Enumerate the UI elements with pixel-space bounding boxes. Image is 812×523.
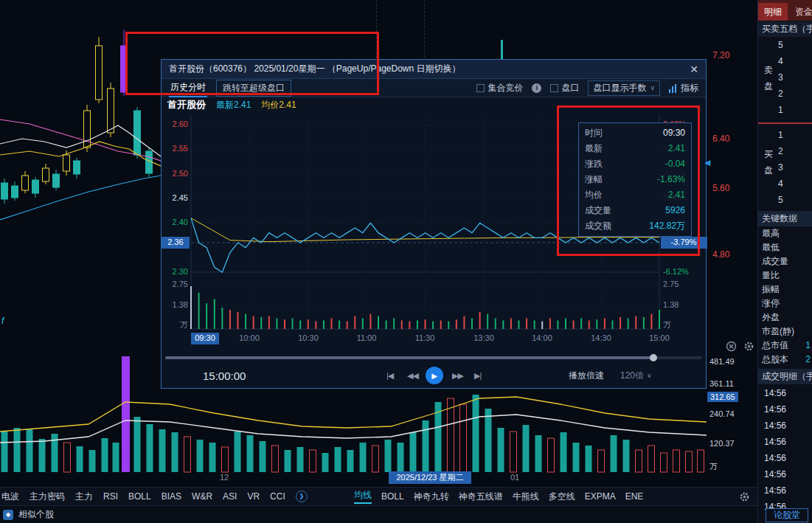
overlay-tabs: 均线BOLL神奇九转神奇五线谱牛熊线多空线EXPMAENE — [354, 488, 643, 505]
indicator-tab-电波[interactable]: 电波 — [1, 491, 19, 503]
indicator-button[interactable]: 指标 — [669, 82, 698, 94]
volume-axis-label: 万 — [180, 320, 188, 329]
indicator-tab-VR[interactable]: VR — [247, 491, 260, 502]
bg-price-axis-label: 6.40 — [712, 134, 729, 144]
jump-super-level2-button[interactable]: 跳转至超级盘口 — [216, 80, 291, 97]
key-data-label: 量比 — [762, 269, 780, 283]
bg-volume-axis-label: 240.74 — [709, 409, 735, 418]
panel-collapse-arrow[interactable]: ◀ — [704, 158, 710, 167]
avg-price: 均价2.41 — [261, 99, 296, 111]
overlay-tab-BOLL[interactable]: BOLL — [381, 491, 404, 502]
tooltip-value: 142.82万 — [649, 218, 685, 234]
checkbox-icon[interactable] — [550, 84, 558, 92]
tooltip-value: -0.04 — [665, 156, 685, 172]
similar-stocks-bar: ◆ 相似个股 — [0, 506, 758, 523]
time-axis-label: 11:00 — [357, 333, 377, 342]
stock-name: 首开股份 — [167, 98, 206, 111]
tooltip-label: 最新 — [585, 141, 603, 156]
lot-display-dropdown[interactable]: 盘口显示手数 ∨ — [588, 80, 660, 96]
similar-stocks-label[interactable]: 相似个股 — [18, 508, 54, 521]
forum-button[interactable]: 论股堂 — [766, 508, 808, 522]
time-axis-label: 10:30 — [298, 333, 319, 342]
tooltip-row: 成交额142.82万 — [579, 218, 691, 234]
checkbox-icon[interactable] — [476, 84, 485, 92]
step-back-icon[interactable]: ◀◀ — [407, 371, 418, 381]
indicator-tabs-left: 电波主力密码主力RSIBOLLBIASW&RASIVRCCI❯ — [1, 488, 308, 505]
overlay-tab-神奇五线谱[interactable]: 神奇五线谱 — [459, 491, 503, 503]
volume-axis-label: 万 — [663, 320, 671, 329]
more-indicators-icon[interactable]: ❯ — [296, 491, 308, 502]
bg-volume-axis-label: 481.49 — [709, 357, 735, 366]
key-data-label: 成交量 — [762, 254, 788, 269]
gear-icon[interactable] — [743, 341, 754, 354]
bg-price-axis-label: 4.80 — [712, 249, 729, 260]
skip-start-icon[interactable]: |◀ — [386, 371, 393, 381]
indicator-tab-ASI[interactable]: ASI — [223, 491, 237, 502]
indicator-tab-主力密码[interactable]: 主力密码 — [30, 491, 65, 503]
key-data-label: 最低 — [762, 240, 780, 254]
key-data-rows: 最高最低成交量量比振幅涨停外盘市盈(静)总市值1总股本2 — [758, 226, 812, 367]
tooltip-label: 均价 — [585, 187, 603, 203]
trade-time: 14:56 — [758, 401, 812, 418]
time-axis-label: 09:30 — [195, 333, 215, 342]
buy-level-row: 5 — [758, 192, 812, 208]
buy-level-row: 1 — [758, 127, 812, 143]
month-label: 01 — [510, 473, 519, 482]
skip-end-icon[interactable]: ▶| — [474, 371, 481, 381]
date-label: 2025/12/23 星期二 — [389, 471, 471, 484]
overlay-tab-ENE[interactable]: ENE — [625, 491, 644, 502]
left-edge-marker: f — [1, 316, 4, 326]
overlay-tab-牛熊线[interactable]: 牛熊线 — [513, 491, 539, 503]
history-intraday-dialog: 首开股份（600376） 2025/01/20星期一 （PageUp/PageD… — [161, 59, 707, 389]
volume-axis-label: 1.38 — [663, 300, 679, 309]
info-icon[interactable]: i — [532, 83, 541, 93]
overlay-tab-均线[interactable]: 均线 — [354, 489, 372, 504]
close-circle-icon[interactable] — [726, 341, 737, 354]
tooltip-row: 涨幅-1.63% — [579, 172, 691, 187]
tooltip-row: 均价2.41 — [579, 187, 691, 203]
trade-detail-rows: 14:5614:5614:5614:5614:5614:5614:5614:56 — [758, 385, 812, 515]
indicator-tab-主力[interactable]: 主力 — [75, 491, 93, 503]
tooltip-value: 2.41 — [668, 141, 685, 156]
key-data-label: 总市值 — [762, 339, 788, 353]
indicator-tab-RSI[interactable]: RSI — [103, 491, 118, 502]
playback-progress-bar[interactable] — [165, 356, 702, 359]
pankou-toggle[interactable]: 盘口 — [550, 82, 579, 94]
sell-level-row: 1 — [758, 102, 812, 118]
indicator-tab-W&R[interactable]: W&R — [192, 491, 212, 502]
key-data-value: 2 — [805, 353, 811, 367]
step-forward-icon[interactable]: ▶▶ — [452, 371, 463, 381]
gear-icon[interactable] — [739, 491, 750, 505]
sidebar-tabs: 明细 资金 — [758, 0, 812, 21]
close-icon[interactable]: ✕ — [690, 63, 698, 75]
key-data-label: 总股本 — [762, 353, 788, 367]
playback-time: 15:00:00 — [203, 370, 246, 382]
time-axis-label: 15:00 — [649, 333, 670, 342]
call-auction-toggle[interactable]: 集合竞价 — [476, 82, 523, 94]
overlay-tab-神奇九转[interactable]: 神奇九转 — [414, 491, 449, 503]
speed-dropdown[interactable]: 120倍 ∨ — [620, 370, 652, 382]
bg-volume-axis-label: 120.37 — [709, 439, 735, 448]
tab-funds[interactable]: 资金 — [795, 3, 812, 21]
indicator-tab-CCI[interactable]: CCI — [270, 491, 285, 502]
similar-stocks-icon: ◆ — [3, 510, 13, 520]
tooltip-label: 成交量 — [585, 203, 611, 218]
indicator-tab-BOLL[interactable]: BOLL — [128, 491, 151, 502]
trade-time: 14:56 — [758, 466, 812, 482]
indicator-tab-BIAS[interactable]: BIAS — [162, 491, 181, 502]
background-candle-wick — [501, 40, 503, 59]
tab-details[interactable]: 明细 — [758, 3, 788, 21]
overlay-tab-多空线[interactable]: 多空线 — [549, 491, 575, 503]
progress-knob[interactable] — [650, 354, 657, 361]
tooltip-row: 时间09:30 — [579, 125, 691, 141]
tooltip-label: 成交额 — [585, 218, 611, 234]
percent-axis-label: -6.12% — [663, 267, 689, 276]
play-button[interactable]: ▶ — [426, 367, 443, 384]
key-data-row: 总市值1 — [758, 339, 812, 353]
tab-history-intraday[interactable]: 历史分时 — [169, 79, 207, 97]
key-data-value: 1 — [805, 339, 811, 353]
price-axis-label: 2.45 — [173, 193, 188, 202]
overlay-tab-EXPMA[interactable]: EXPMA — [585, 491, 616, 502]
price-axis-label: 2.50 — [173, 169, 188, 178]
trade-time: 14:56 — [758, 482, 812, 499]
